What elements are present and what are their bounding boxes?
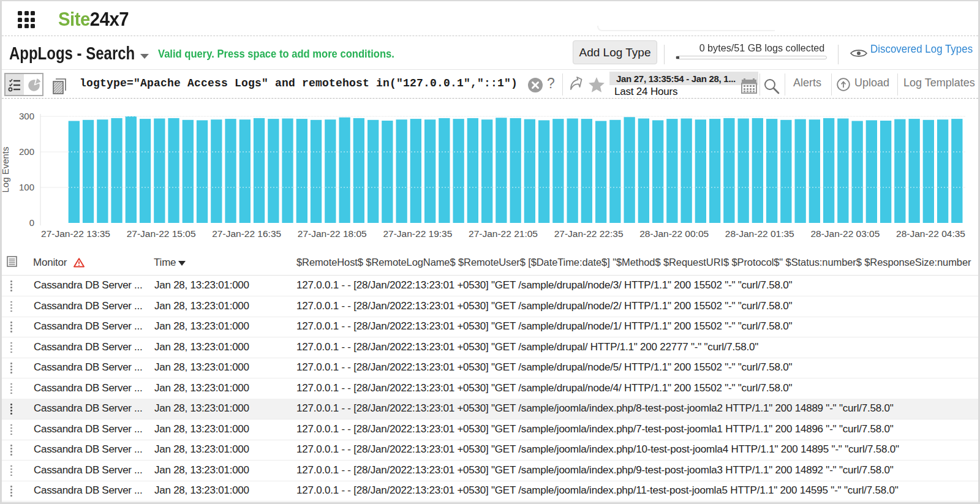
svg-text:28-Jan-22 04:35: 28-Jan-22 04:35 [896,228,965,239]
svg-text:27-Jan-22 13:35: 27-Jan-22 13:35 [41,228,110,239]
svg-text:200: 200 [19,146,34,157]
svg-text:Log Events: Log Events [2,146,10,192]
svg-text:27-Jan-22 19:35: 27-Jan-22 19:35 [383,228,452,239]
svg-text:27-Jan-22 18:05: 27-Jan-22 18:05 [298,228,367,239]
svg-text:27-Jan-22 22:35: 27-Jan-22 22:35 [554,228,624,239]
svg-text:27-Jan-22 15:05: 27-Jan-22 15:05 [127,228,196,239]
svg-text:300: 300 [19,111,34,121]
svg-text:100: 100 [19,182,34,192]
svg-text:27-Jan-22 21:05: 27-Jan-22 21:05 [469,228,538,239]
svg-text:28-Jan-22 01:35: 28-Jan-22 01:35 [725,228,794,239]
svg-text:28-Jan-22 00:05: 28-Jan-22 00:05 [639,228,709,239]
svg-text:27-Jan-22 16:35: 27-Jan-22 16:35 [212,228,281,239]
svg-text:28-Jan-22 03:05: 28-Jan-22 03:05 [810,228,880,239]
svg-text:0: 0 [29,217,34,228]
